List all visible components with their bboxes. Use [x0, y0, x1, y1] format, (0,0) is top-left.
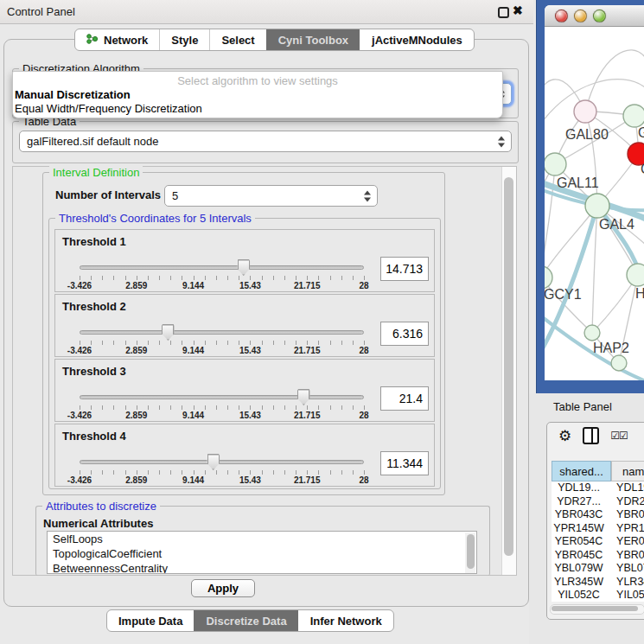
- table-cell-shared-name[interactable]: YDR27...: [552, 495, 606, 509]
- float-window-button[interactable]: [498, 7, 509, 18]
- settings-vertical-scrollbar[interactable]: [501, 167, 516, 575]
- scale-label: 28: [359, 346, 368, 355]
- column-header-name[interactable]: name: [611, 461, 644, 481]
- threshold-1-slider[interactable]: [80, 265, 364, 270]
- threshold-2-value-field[interactable]: [380, 322, 429, 346]
- algorithm-option-equal-width[interactable]: Equal Width/Frequency Discretization: [13, 102, 502, 116]
- attribute-item[interactable]: BetweennessCentrality: [48, 561, 476, 574]
- close-button[interactable]: [555, 10, 568, 22]
- network-node[interactable]: [584, 325, 600, 341]
- network-node[interactable]: [585, 194, 609, 218]
- apply-button[interactable]: Apply: [191, 579, 255, 597]
- algorithm-option-manual[interactable]: Manual Discretization: [13, 88, 502, 102]
- table-row[interactable]: YPR145WYPR145W: [552, 522, 644, 536]
- tab-jactivemnodules[interactable]: jActiveMNodules: [360, 29, 474, 50]
- table-horizontal-scrollbar[interactable]: [550, 604, 644, 615]
- tab-select-label: Select: [221, 34, 254, 47]
- table-cell-shared-name[interactable]: YBR043C: [552, 508, 606, 522]
- close-panel-button[interactable]: ✖: [513, 3, 523, 17]
- scrollbar-thumb[interactable]: [552, 606, 638, 611]
- threshold-2-slider-thumb[interactable]: [162, 324, 175, 341]
- network-canvas[interactable]: GAL80GACGAL11GAL4GCY1HHAP2: [545, 27, 644, 380]
- zoom-button[interactable]: [593, 10, 606, 22]
- scale-label: 15.43: [239, 411, 261, 420]
- tab-discretize-data[interactable]: Discretize Data: [194, 610, 297, 631]
- application-root: Control Panel ✖ Network Style Select Cyn…: [0, 0, 644, 644]
- tab-infer-network[interactable]: Infer Network: [298, 610, 393, 631]
- threshold-4-label: Threshold 4: [62, 430, 126, 443]
- slider-scale-labels: -3.426 2.859 9.144 15.43 21.715 28: [80, 411, 364, 421]
- tab-network[interactable]: Network: [75, 29, 159, 50]
- gear-icon[interactable]: ⚙: [558, 429, 571, 443]
- network-node[interactable]: [574, 100, 596, 123]
- threshold-4-value-field[interactable]: [380, 451, 429, 475]
- threshold-2-slider[interactable]: [80, 330, 364, 335]
- table-cell-name[interactable]: YDL19...: [606, 481, 644, 495]
- table-cell-name[interactable]: YER054C: [606, 535, 644, 549]
- scrollbar-thumb[interactable]: [467, 534, 475, 569]
- table-cell-shared-name[interactable]: YBL079W: [552, 562, 606, 576]
- table-cell-name[interactable]: YBR043C: [606, 508, 644, 522]
- table-row[interactable]: YIL052CYIL052C: [552, 589, 644, 602]
- table-row[interactable]: YER054CYER054C: [552, 535, 644, 549]
- combo-stepper-icon: [364, 190, 371, 201]
- table-cell-shared-name[interactable]: YLR345W: [552, 576, 606, 590]
- threshold-3-slider-thumb[interactable]: [297, 389, 310, 405]
- tab-impute-data[interactable]: Impute Data: [107, 610, 194, 631]
- network-node[interactable]: [545, 153, 566, 175]
- network-node-label: GAL4: [599, 217, 634, 232]
- threshold-3-value-field[interactable]: [380, 386, 429, 411]
- threshold-1-slider-thumb[interactable]: [237, 259, 250, 276]
- network-node[interactable]: [611, 355, 627, 371]
- tab-select[interactable]: Select: [209, 29, 265, 50]
- table-data-combobox[interactable]: galFiltered.sif default node: [19, 131, 512, 152]
- scale-label: 2.859: [125, 346, 147, 355]
- table-cell-shared-name[interactable]: YIL052C: [552, 589, 606, 602]
- network-node[interactable]: [623, 105, 644, 127]
- table-cell-shared-name[interactable]: YDL19...: [552, 481, 606, 495]
- slider-scale-labels: -3.426 2.859 9.144 15.43 21.715 28: [80, 346, 364, 356]
- attribute-item[interactable]: TopologicalCoefficient: [48, 546, 476, 561]
- table-cell-name[interactable]: YPR145W: [606, 522, 644, 536]
- select-columns-checkbox-icons[interactable]: ☑☑: [610, 430, 628, 442]
- tab-impute-data-label: Impute Data: [118, 615, 182, 628]
- threshold-4-slider[interactable]: [80, 460, 364, 464]
- table-cell-name[interactable]: YBL079W: [606, 562, 644, 576]
- table-panel-title: Table Panel: [553, 400, 612, 413]
- attributes-list-scrollbar[interactable]: [465, 532, 475, 574]
- table-cell-name[interactable]: YBR045C: [606, 549, 644, 563]
- table-row[interactable]: YLR345WYLR345W: [552, 576, 644, 590]
- table-cell-shared-name[interactable]: YER054C: [552, 535, 606, 549]
- threshold-3-slider[interactable]: [80, 395, 364, 399]
- table-row[interactable]: YBL079WYBL079W: [552, 562, 644, 576]
- columns-icon[interactable]: [583, 427, 599, 444]
- table-cell-name[interactable]: YIL052C: [606, 589, 644, 602]
- tab-style[interactable]: Style: [159, 29, 209, 50]
- table-row[interactable]: YDL19...YDL19...: [552, 481, 644, 495]
- network-node[interactable]: [627, 264, 644, 286]
- table-row[interactable]: YDR27...YDR27...: [552, 495, 644, 509]
- scrollbar-thumb[interactable]: [504, 177, 513, 556]
- table-cell-name[interactable]: YLR345W: [606, 576, 644, 590]
- thresholds-group: Threshold's Coordinates for 5 Intervals …: [48, 218, 441, 489]
- scale-label: 21.715: [294, 411, 321, 420]
- threshold-1-value-field[interactable]: [380, 257, 429, 281]
- tab-cyni-toolbox-label: Cyni Toolbox: [278, 34, 348, 47]
- network-tab-icon: [86, 33, 99, 48]
- network-node[interactable]: [545, 266, 552, 289]
- minimize-button[interactable]: [574, 10, 587, 22]
- table-cell-name[interactable]: YDR27...: [606, 495, 644, 509]
- column-header-shared-name[interactable]: shared...: [552, 461, 611, 481]
- table-row[interactable]: YBR045CYBR045C: [552, 549, 644, 563]
- table-panel-toolbar: ⚙ ☑☑: [547, 423, 644, 449]
- table-cell-shared-name[interactable]: YPR145W: [552, 522, 606, 536]
- table-header-row: shared... name: [552, 461, 644, 481]
- tab-cyni-toolbox[interactable]: Cyni Toolbox: [266, 29, 360, 50]
- table-rows: YDL19...YDL19...YDR27...YDR27...YBR043CY…: [552, 481, 644, 602]
- number-of-intervals-combobox[interactable]: 5: [164, 185, 378, 207]
- table-row[interactable]: YBR043CYBR043C: [552, 508, 644, 522]
- scale-label: 9.144: [182, 475, 204, 485]
- attribute-item[interactable]: SelfLoops: [48, 532, 476, 546]
- table-cell-shared-name[interactable]: YBR045C: [552, 549, 606, 563]
- threshold-4-slider-thumb[interactable]: [207, 454, 220, 470]
